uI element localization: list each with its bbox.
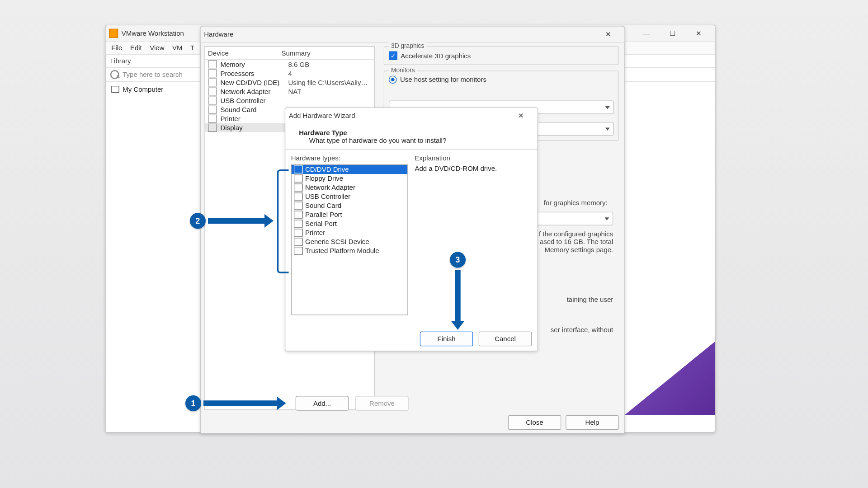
note-fragment-2: ased to 16 GB. The total <box>540 238 613 246</box>
menu-file[interactable]: File <box>111 44 122 52</box>
device-icon <box>208 61 217 69</box>
callout-2: 2 <box>190 213 206 229</box>
device-icon <box>208 97 217 105</box>
hw-type-icon <box>294 229 303 237</box>
wizard-titlebar: Add Hardware Wizard ✕ <box>285 108 538 124</box>
note-fragment-3: Memory settings page. <box>545 246 613 254</box>
hardware-type-item[interactable]: Sound Card <box>292 201 407 210</box>
computer-icon <box>111 86 119 93</box>
note-fragment-4: taining the user <box>567 296 613 304</box>
arrow-3 <box>455 270 461 321</box>
brand-accent <box>624 342 715 415</box>
hw-type-icon <box>294 238 303 246</box>
checkbox-accelerate-3d[interactable]: ✓ Accelerate 3D graphics <box>389 52 614 60</box>
device-icon <box>208 79 217 87</box>
hw-type-icon <box>294 183 303 192</box>
device-row[interactable]: New CD/DVD (IDE)Using file C:\Users\Aali… <box>205 78 374 87</box>
hardware-titlebar: Hardware ✕ <box>201 27 625 43</box>
hw-type-icon <box>294 211 303 219</box>
hardware-types-label: Hardware types: <box>291 154 408 162</box>
device-icon <box>208 88 217 96</box>
hw-type-icon <box>294 202 303 210</box>
note-fragment-1: f the configured graphics <box>539 230 613 238</box>
wizard-title: Add Hardware Wizard <box>289 112 355 120</box>
close-button[interactable]: ✕ <box>685 25 712 41</box>
callout-3: 3 <box>450 252 466 268</box>
device-icon <box>208 70 217 78</box>
hw-type-icon <box>294 192 303 201</box>
wizard-header: Hardware Type What type of hardware do y… <box>285 124 538 150</box>
checkbox-icon: ✓ <box>389 52 397 60</box>
hardware-close-icon[interactable]: ✕ <box>595 27 621 42</box>
hw-type-icon <box>294 247 303 255</box>
hardware-type-item[interactable]: Floppy Drive <box>292 174 407 183</box>
remove-button[interactable]: Remove <box>355 396 409 411</box>
maximize-button[interactable]: ☐ <box>660 25 686 41</box>
hardware-type-item[interactable]: Serial Port <box>292 219 407 228</box>
device-row[interactable]: USB Controller <box>205 96 374 105</box>
hardware-type-item[interactable]: Parallel Port <box>292 210 407 219</box>
menu-trunc[interactable]: T <box>190 44 194 52</box>
menu-view[interactable]: View <box>150 44 164 52</box>
note-fragment-5: ser interface, without <box>551 326 613 334</box>
hw-type-icon <box>294 174 303 183</box>
radio-icon <box>389 76 397 84</box>
bracket-2 <box>277 169 289 273</box>
hardware-type-item[interactable]: USB Controller <box>292 192 407 201</box>
explanation-label: Explanation <box>415 154 532 162</box>
callout-1: 1 <box>185 395 201 411</box>
add-hardware-wizard: Add Hardware Wizard ✕ Hardware Type What… <box>285 108 538 352</box>
search-placeholder: Type here to search <box>123 70 183 79</box>
device-row[interactable]: Network AdapterNAT <box>205 87 374 96</box>
wizard-close-icon[interactable]: ✕ <box>508 108 534 124</box>
add-button[interactable]: Add... <box>296 396 349 411</box>
arrow-2 <box>208 218 264 224</box>
device-row[interactable]: Processors4 <box>205 69 374 78</box>
arrow-1 <box>203 400 277 406</box>
hardware-type-item[interactable]: Generic SCSI Device <box>292 237 407 246</box>
hardware-type-item[interactable]: Network Adapter <box>292 183 407 192</box>
hw-type-icon <box>294 165 303 174</box>
hardware-type-item[interactable]: Trusted Platform Module <box>292 246 407 255</box>
combo-graphics-memory[interactable] <box>532 212 613 225</box>
radio-use-host-monitors[interactable]: Use host setting for monitors <box>389 76 614 84</box>
help-button[interactable]: Help <box>566 415 619 430</box>
chevron-down-icon <box>605 127 610 130</box>
device-row[interactable]: Memory8.6 GB <box>205 60 374 69</box>
menu-edit[interactable]: Edit <box>130 44 142 52</box>
vmware-title: VMware Workstation <box>122 29 184 38</box>
device-icon <box>208 115 217 123</box>
close-button[interactable]: Close <box>508 415 561 430</box>
chevron-down-icon <box>605 217 609 220</box>
device-list-header: Device Summary <box>205 47 374 60</box>
menu-vm[interactable]: VM <box>172 44 183 52</box>
search-icon <box>110 70 119 79</box>
hardware-title: Hardware <box>204 31 233 39</box>
vmware-icon <box>109 29 118 38</box>
device-icon <box>208 106 217 114</box>
explanation-text: Add a DVD/CD-ROM drive. <box>415 164 532 173</box>
label-graphics-memory: for graphics memory: <box>544 199 608 207</box>
hw-type-icon <box>294 220 303 228</box>
hardware-types-list[interactable]: CD/DVD DriveFloppy DriveNetwork AdapterU… <box>291 164 408 315</box>
hardware-type-item[interactable]: CD/DVD Drive <box>292 165 407 174</box>
cancel-button[interactable]: Cancel <box>479 332 532 347</box>
group-3d-graphics: 3D graphics ✓ Accelerate 3D graphics <box>384 47 619 65</box>
chevron-down-icon <box>605 106 610 108</box>
hardware-type-item[interactable]: Printer <box>292 228 407 237</box>
finish-button[interactable]: Finish <box>420 332 473 347</box>
minimize-button[interactable]: ― <box>633 25 660 41</box>
device-icon <box>208 124 217 132</box>
